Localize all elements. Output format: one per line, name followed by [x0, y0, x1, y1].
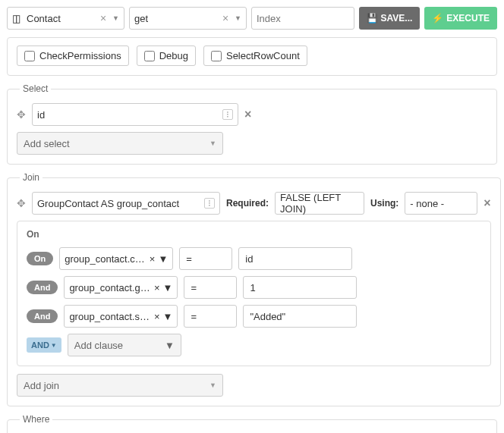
add-select-dropdown[interactable]: Add select ▼: [17, 132, 223, 155]
clause-value[interactable]: 1: [243, 276, 357, 299]
execute-button[interactable]: ⚡ EXECUTE: [424, 7, 497, 30]
clause-tag: And: [27, 281, 58, 294]
select-legend: Select: [20, 83, 51, 94]
entity-value: Contact: [27, 13, 61, 24]
checkbox-input[interactable]: [24, 51, 35, 61]
remove-join-icon[interactable]: ×: [484, 196, 490, 210]
drag-icon[interactable]: ✥: [17, 197, 26, 209]
on-label: On: [27, 229, 481, 240]
book-icon: [12, 12, 22, 24]
clause-op[interactable]: =: [179, 247, 232, 270]
required-select[interactable]: FALSE (LEFT JOIN): [275, 192, 364, 215]
chevron-down-icon: ▼: [163, 311, 173, 322]
index-input[interactable]: [257, 13, 349, 24]
clause-field-value: group_contact.group_id: [69, 282, 151, 293]
join-expr-value: GroupContact AS group_contact: [37, 198, 200, 209]
chevron-down-icon: ▼: [158, 253, 168, 265]
checkbox-label: Debug: [159, 50, 188, 61]
chevron-down-icon: ▼: [235, 14, 241, 22]
clause-field-select[interactable]: group_contact.group_id×▼: [64, 276, 178, 299]
debug-checkbox[interactable]: Debug: [137, 45, 196, 66]
clause-op-value: =: [186, 253, 192, 265]
add-join-dropdown[interactable]: Add join ▼: [17, 374, 223, 397]
add-join-label: Add join: [24, 380, 59, 391]
clause-op-value: =: [191, 311, 197, 322]
add-select-label: Add select: [24, 138, 70, 149]
select-field-value: id: [37, 109, 218, 121]
clause-value-text: id: [245, 253, 253, 265]
checkbox-label: SelectRowCount: [226, 50, 300, 61]
on-subpanel: On Ongroup_contact.contac...×▼=idAndgrou…: [17, 221, 491, 366]
remove-select-icon[interactable]: ×: [244, 108, 251, 121]
clause-value[interactable]: "Added": [243, 305, 357, 328]
clause-value-text: 1: [250, 282, 255, 293]
where-panel: Where Where group_contact.id × ▼ IS NULL…: [7, 414, 497, 433]
save-label: SAVE...: [381, 13, 413, 24]
clause-tag: On: [27, 252, 53, 265]
clause-field-value: group_contact.status: [69, 311, 151, 322]
chevron-down-icon: ▼: [165, 340, 175, 351]
index-input-wrap[interactable]: [251, 7, 354, 30]
clause-op-value: =: [191, 282, 197, 293]
clear-icon[interactable]: ×: [154, 282, 160, 293]
action-value: get: [134, 13, 148, 24]
clause-field-select[interactable]: group_contact.contac...×▼: [59, 247, 173, 270]
drag-icon[interactable]: ✥: [17, 108, 26, 121]
chevron-down-icon: ▼: [209, 381, 216, 389]
svg-rect-0: [14, 15, 17, 23]
join-legend: Join: [20, 172, 43, 183]
chevron-down-icon: ▼: [209, 140, 216, 147]
save-button[interactable]: 💾 SAVE...: [359, 7, 421, 30]
chevron-down-icon: ▼: [112, 14, 119, 22]
function-icon[interactable]: ⁝: [204, 198, 215, 209]
checkbox-input[interactable]: [211, 51, 222, 61]
select-panel: Select ✥ id ⁝ × Add select ▼: [7, 83, 497, 165]
svg-rect-1: [17, 15, 20, 23]
entity-clear-icon[interactable]: ×: [99, 12, 108, 24]
add-clause-label: Add clause: [74, 340, 123, 351]
clause-op[interactable]: =: [184, 276, 237, 299]
clear-icon[interactable]: ×: [154, 311, 160, 322]
clause-value-text: "Added": [250, 311, 285, 322]
save-icon: 💾: [367, 13, 378, 24]
clause-op[interactable]: =: [184, 305, 237, 328]
execute-label: EXECUTE: [446, 13, 490, 24]
checkbox-label: CheckPermissions: [39, 50, 121, 61]
checkbox-input[interactable]: [144, 51, 155, 61]
clause-field-select[interactable]: group_contact.status×▼: [64, 305, 178, 328]
action-clear-icon[interactable]: ×: [221, 12, 230, 24]
options-panel: CheckPermissions Debug SelectRowCount: [7, 37, 497, 76]
bolt-icon: ⚡: [432, 13, 443, 24]
entity-select[interactable]: Contact × ▼: [7, 7, 124, 30]
clear-icon[interactable]: ×: [150, 253, 156, 265]
clause-field-value: group_contact.contac...: [65, 253, 146, 265]
chevron-down-icon: ▼: [51, 342, 57, 349]
using-value: - none -: [410, 198, 472, 209]
clause-value[interactable]: id: [238, 247, 352, 270]
check-permissions-checkbox[interactable]: CheckPermissions: [17, 45, 129, 66]
using-select[interactable]: - none -: [405, 192, 477, 215]
join-panel: Join ✥ GroupContact AS group_contact ⁝ R…: [7, 172, 501, 406]
required-label: Required:: [226, 198, 269, 209]
required-value: FALSE (LEFT JOIN): [280, 192, 359, 215]
join-expr-field[interactable]: GroupContact AS group_contact ⁝: [32, 192, 220, 215]
using-label: Using:: [370, 198, 398, 209]
chevron-down-icon: ▼: [163, 282, 173, 293]
select-field[interactable]: id ⁝: [32, 103, 238, 126]
add-clause-dropdown[interactable]: Add clause ▼: [68, 334, 181, 356]
and-pill-label: AND: [31, 340, 49, 350]
where-legend: Where: [20, 414, 52, 425]
select-row-count-checkbox[interactable]: SelectRowCount: [203, 45, 307, 66]
action-select[interactable]: get × ▼: [129, 7, 247, 30]
clause-tag: And: [27, 309, 58, 323]
function-icon[interactable]: ⁝: [222, 109, 233, 120]
and-pill-button[interactable]: AND▼: [27, 337, 61, 353]
